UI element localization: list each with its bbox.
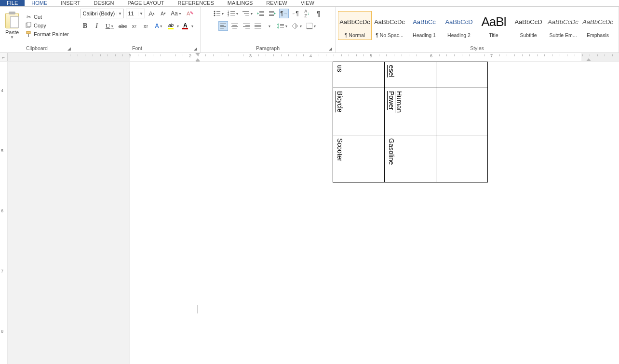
tab-references[interactable]: REFERENCES [171, 0, 221, 6]
svg-rect-30 [269, 14, 274, 14]
style-name: Subtle Em... [549, 32, 577, 39]
svg-rect-20 [230, 15, 235, 15]
bullets-button[interactable]: ▼ [213, 9, 225, 18]
ltr-direction-button[interactable]: ¶→ [279, 9, 289, 18]
table-row[interactable]: us esel [333, 62, 488, 88]
tab-review[interactable]: REVIEW [259, 0, 294, 6]
shading-button[interactable]: ▼ [291, 21, 303, 31]
align-left-button[interactable] [218, 21, 228, 31]
group-label-styles: Styles [336, 44, 619, 52]
format-painter-button[interactable]: Format Painter [25, 31, 69, 38]
font-color-button[interactable]: A▼ [182, 21, 194, 31]
document-table[interactable]: us esel Bicycle HumanPower Scooter Gasol… [333, 62, 488, 182]
align-justify-button[interactable] [253, 21, 263, 31]
svg-rect-12 [216, 13, 220, 13]
group-styles: AaBbCcDc¶ NormalAaBbCcDc¶ No Spac...AaBb… [336, 7, 619, 52]
borders-button[interactable]: ▼ [305, 21, 318, 31]
svg-point-9 [214, 11, 215, 13]
workspace: 45678 us esel Bicycle HumanPower Scooter… [0, 62, 619, 364]
style-item-subtitle[interactable]: AaBbCcDSubtitle [511, 11, 545, 40]
change-case-button[interactable]: Aa▼ [170, 9, 183, 18]
show-marks-button[interactable]: ¶ [314, 9, 323, 18]
paste-button[interactable]: Paste ▼ [3, 12, 21, 39]
text-effects-button[interactable]: A▼ [153, 21, 165, 31]
chevron-down-icon[interactable]: ▼ [117, 12, 123, 16]
table-row[interactable]: Bicycle HumanPower [333, 88, 488, 135]
svg-rect-35 [307, 23, 312, 29]
font-name-input[interactable] [81, 11, 117, 16]
paste-icon [5, 13, 19, 28]
tab-file[interactable]: FILE [0, 0, 25, 6]
svg-rect-31 [269, 15, 274, 16]
italic-button[interactable]: I [92, 21, 102, 31]
underline-button[interactable]: U▼ [104, 21, 116, 31]
svg-rect-6 [168, 28, 174, 29]
cut-button[interactable]: ✂ Cut [25, 13, 69, 20]
paragraph-launcher-icon[interactable]: ◢ [329, 46, 334, 51]
cut-label: Cut [34, 14, 42, 20]
increase-indent-button[interactable] [268, 9, 277, 18]
bold-button[interactable]: B [81, 21, 90, 31]
decrease-indent-button[interactable] [256, 9, 266, 18]
table-cell-text: Gasoline [388, 138, 395, 165]
tab-page-layout[interactable]: PAGE LAYOUT [121, 0, 171, 6]
style-item-title[interactable]: AaBlTitle [477, 11, 511, 40]
font-name-combo[interactable]: ▼ [81, 9, 124, 18]
ruler-corner[interactable]: ⌐ [0, 53, 8, 61]
line-spacing-button[interactable]: ▼ [276, 21, 289, 31]
tab-design[interactable]: DESIGN [87, 0, 121, 6]
svg-rect-27 [259, 15, 264, 16]
clipboard-launcher-icon[interactable]: ◢ [67, 46, 72, 51]
align-right-button[interactable] [242, 21, 251, 31]
style-preview: AaBbCcDc [548, 12, 579, 32]
tab-view[interactable]: VIEW [294, 0, 321, 6]
highlight-button[interactable]: ab▼ [167, 21, 180, 31]
style-preview: AaBbCcD [514, 12, 542, 32]
shrink-font-button[interactable]: A▾ [159, 9, 168, 18]
style-item-subtle-em-[interactable]: AaBbCcDcSubtle Em... [546, 11, 580, 40]
font-launcher-icon[interactable]: ◢ [194, 46, 199, 51]
grow-font-button[interactable]: A▴ [147, 9, 157, 18]
style-name: ¶ Normal [345, 32, 365, 39]
style-item--no-spac-[interactable]: AaBbCcDc¶ No Spac... [373, 11, 406, 40]
style-item--normal[interactable]: AaBbCcDc¶ Normal [338, 11, 372, 40]
table-row[interactable]: Scooter Gasoline [333, 135, 488, 182]
svg-rect-8 [182, 28, 188, 29]
chevron-down-icon[interactable]: ▼ [138, 12, 145, 16]
paste-dropdown-icon[interactable]: ▼ [10, 35, 14, 39]
rtl-direction-button[interactable]: ←¶ [291, 9, 300, 18]
group-paragraph: ▼ 123▼ ▼ ¶→ ←¶ AZ↓ ¶ [201, 7, 336, 52]
svg-rect-36 [307, 28, 312, 29]
strikethrough-button[interactable]: abc [118, 21, 128, 31]
svg-rect-3 [28, 34, 29, 37]
style-item-heading-1[interactable]: AaBbCcHeading 1 [407, 11, 441, 40]
ruler-area: ⌐ 1234567 [0, 53, 619, 62]
tab-mailings[interactable]: MAILINGS [221, 0, 260, 6]
subscript-button[interactable]: x2 [130, 21, 139, 31]
multilevel-list-button[interactable]: ▼ [242, 9, 254, 18]
vertical-ruler[interactable]: 45678 [0, 62, 8, 364]
right-indent-marker[interactable] [586, 58, 591, 61]
align-justify-dropdown[interactable]: ▼ [265, 21, 274, 31]
sort-button[interactable]: AZ↓ [302, 9, 312, 18]
copy-label: Copy [34, 23, 46, 28]
numbering-button[interactable]: 123▼ [227, 9, 240, 18]
copy-button[interactable]: Copy [25, 22, 69, 29]
font-size-input[interactable] [126, 11, 138, 16]
svg-point-11 [214, 13, 215, 14]
svg-rect-32 [280, 24, 284, 25]
superscript-button[interactable]: x2 [141, 21, 151, 31]
horizontal-ruler[interactable]: 1234567 [8, 53, 619, 61]
style-name: Subtitle [520, 32, 537, 39]
align-center-button[interactable] [230, 21, 240, 31]
tab-insert[interactable]: INSERT [54, 0, 87, 6]
tab-home[interactable]: HOME [25, 0, 54, 6]
clear-formatting-button[interactable]: A [185, 9, 194, 18]
group-label-clipboard: Clipboard [0, 44, 74, 52]
table-cell-text: Bicycle [336, 91, 344, 112]
table-cell-text: Scooter [336, 138, 344, 161]
font-size-combo[interactable]: ▼ [126, 9, 145, 18]
document-area[interactable]: us esel Bicycle HumanPower Scooter Gasol… [8, 62, 619, 364]
style-item-emphasis[interactable]: AaBbCcDcEmphasis [581, 11, 615, 40]
style-item-heading-2[interactable]: AaBbCcDHeading 2 [442, 11, 476, 40]
